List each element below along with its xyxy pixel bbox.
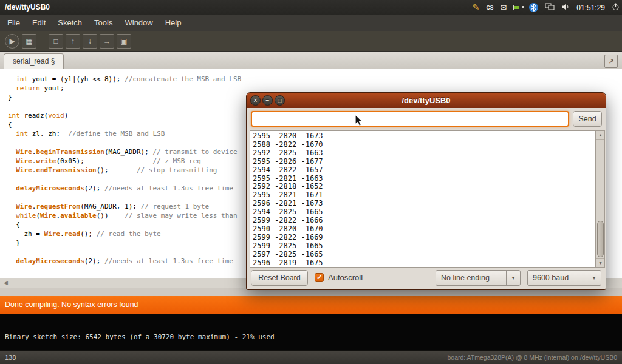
serial-output-line: 2595 -2820 -1673 [253, 132, 593, 141]
autoscroll-checkbox[interactable]: ✓ [315, 273, 324, 282]
serial-output-scrollbar[interactable]: ▴ ▾ [596, 130, 605, 268]
serial-output-line: 2594 -2825 -1665 [253, 208, 593, 217]
active-window-title: /dev/ttyUSB0 [5, 0, 50, 15]
footer-status-bar: 138 board: ATmega328P(A) @ 8 MHz (intern… [0, 350, 622, 364]
volume-icon[interactable] [561, 2, 570, 13]
menu-bar: FileEditSketchToolsWindowHelp [0, 15, 622, 31]
serial-output-line: 2595 -2821 -1671 [253, 191, 593, 200]
power-icon[interactable] [612, 2, 620, 13]
reset-board-button[interactable]: Reset Board [251, 270, 308, 286]
line-ending-dropdown[interactable]: No line ending ▾ [436, 270, 521, 286]
serial-output-line: 2597 -2825 -1665 [253, 251, 593, 259]
minimize-button[interactable]: − [262, 95, 273, 106]
battery-icon[interactable] [513, 5, 522, 10]
new-sketch-button[interactable]: □ [49, 34, 63, 49]
verify-button[interactable]: ▶ [5, 34, 19, 49]
serial-output-line: 2599 -2825 -1665 [253, 242, 593, 251]
menu-help[interactable]: Help [159, 15, 188, 31]
build-console: Binary sketch size: 6542 bytes (of a 307… [0, 314, 622, 350]
network-icon[interactable] [545, 2, 555, 13]
compile-status-bar: Done compiling. No syntax errors found [0, 296, 622, 314]
scroll-left-icon[interactable]: ◀ [4, 280, 8, 286]
serial-output-line: 2599 -2822 -1666 [253, 217, 593, 225]
mail-icon[interactable]: ✉ [500, 0, 507, 15]
clock[interactable]: 01:51:29 [576, 4, 605, 12]
serial-output-line: 2592 -2818 -1652 [253, 183, 593, 191]
menu-file[interactable]: File [1, 15, 26, 31]
save-button[interactable]: ↓ [83, 34, 97, 49]
serial-monitor-controls: Reset Board ✓ Autoscroll No line ending … [247, 270, 606, 287]
serial-monitor-button[interactable]: ▣ [117, 34, 131, 49]
code-line: return yout; [8, 84, 622, 93]
serial-monitor-window: /dev/ttyUSB0 ×−□ Send 2595 -2820 -167325… [246, 92, 606, 290]
stop-button[interactable]: ▦ [22, 34, 36, 49]
serial-monitor-title: /dev/ttyUSB0 [402, 96, 450, 105]
serial-output[interactable]: 2595 -2820 -16732588 -2822 -16702592 -28… [250, 130, 596, 268]
serial-output-line: 2599 -2822 -1669 [253, 234, 593, 242]
compile-status-message: Done compiling. No syntax errors found [5, 300, 138, 309]
toolbar: ▶▦□↑↓→▣ [0, 31, 622, 52]
serial-output-line: 2592 -2825 -1663 [253, 149, 593, 158]
chevron-down-icon[interactable]: ▾ [506, 271, 520, 285]
tab-strip: serial_read § ↗ [0, 52, 622, 70]
upload-button[interactable]: → [100, 34, 114, 49]
serial-input[interactable] [251, 111, 569, 127]
maximize-button[interactable]: □ [275, 95, 285, 106]
close-button[interactable]: × [250, 95, 261, 106]
screen: /dev/ttyUSB0 ✎ cs ✉ 01:51:29 FileEditSke… [0, 0, 622, 364]
autoscroll-label[interactable]: Autoscroll [328, 270, 363, 286]
line-number-indicator: 138 [5, 351, 16, 364]
serial-output-line: 2596 -2821 -1673 [253, 200, 593, 208]
scrollbar-thumb[interactable] [597, 221, 604, 257]
tab-menu-button[interactable]: ↗ [604, 55, 618, 68]
open-button[interactable]: ↑ [66, 34, 80, 49]
serial-monitor-titlebar[interactable]: /dev/ttyUSB0 ×−□ [247, 93, 606, 108]
titlebar-buttons: ×−□ [250, 95, 285, 106]
note-icon[interactable]: ✎ [473, 0, 480, 15]
top-panel: /dev/ttyUSB0 ✎ cs ✉ 01:51:29 [0, 0, 622, 15]
system-tray: ✎ cs ✉ 01:51:29 [473, 0, 620, 15]
serial-output-line: 2588 -2822 -1670 [253, 141, 593, 149]
send-button[interactable]: Send [573, 111, 602, 127]
keyboard-layout-indicator[interactable]: cs [486, 0, 493, 15]
scroll-down-icon[interactable]: ▾ [596, 258, 604, 267]
mouse-cursor [354, 114, 365, 130]
baud-rate-value: 9600 baud [528, 271, 587, 285]
line-ending-value: No line ending [436, 271, 506, 285]
code-line: int yout = (yl|(yh << 8)); //concatenate… [8, 75, 622, 84]
menu-edit[interactable]: Edit [26, 15, 52, 31]
tab-serial-read[interactable]: serial_read § [4, 53, 64, 69]
menu-window[interactable]: Window [118, 15, 159, 31]
board-info: board: ATmega328P(A) @ 8 MHz (internal) … [447, 351, 617, 364]
chevron-down-icon[interactable]: ▾ [587, 271, 601, 285]
serial-output-line: 2595 -2821 -1663 [253, 175, 593, 183]
console-output-text: Binary sketch size: 6542 bytes (of a 307… [5, 333, 275, 341]
serial-output-line: 2595 -2826 -1677 [253, 158, 593, 166]
menu-tools[interactable]: Tools [88, 15, 118, 31]
serial-output-line: 2594 -2822 -1657 [253, 166, 593, 175]
bluetooth-icon[interactable] [529, 3, 538, 12]
menu-sketch[interactable]: Sketch [52, 15, 88, 31]
serial-output-line: 2590 -2820 -1670 [253, 225, 593, 234]
baud-rate-dropdown[interactable]: 9600 baud ▾ [527, 270, 601, 286]
scroll-up-icon[interactable]: ▴ [596, 131, 604, 140]
serial-output-line: 2596 -2819 -1675 [253, 259, 593, 268]
